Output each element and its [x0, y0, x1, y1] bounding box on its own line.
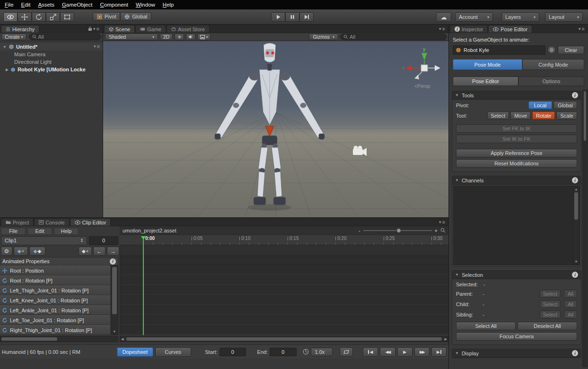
- playback-speed-dropdown[interactable]: 1.0x: [311, 348, 332, 356]
- clip-select-dropdown[interactable]: Clip1 ▲▼: [1, 236, 87, 245]
- clip-menu-help[interactable]: Help: [54, 228, 79, 235]
- clip-settings-button[interactable]: ⚙: [1, 247, 12, 256]
- prev-keyframe-button[interactable]: ←: [93, 247, 105, 256]
- account-dropdown[interactable]: Account ▾: [455, 12, 493, 22]
- cloud-button[interactable]: ☁: [436, 12, 451, 22]
- start-field[interactable]: 0: [219, 348, 246, 356]
- property-row-root-position[interactable]: Root : Position: [0, 266, 110, 275]
- search-icon[interactable]: [440, 228, 446, 233]
- zoom-slider[interactable]: [363, 228, 432, 233]
- property-row[interactable]: Left_Toe_Joint_01 : Rotation [P]: [0, 315, 110, 325]
- scale-tool-button[interactable]: [46, 12, 60, 22]
- menu-component[interactable]: Component: [96, 0, 132, 9]
- lock-icon[interactable]: [88, 26, 92, 31]
- property-row[interactable]: Right_Thigh_Joint_01 : Rotation [P]: [0, 325, 110, 335]
- gizmos-dropdown[interactable]: Gizmos ▾: [309, 34, 338, 40]
- tool-select-button[interactable]: Select: [487, 112, 509, 120]
- create-button[interactable]: Create ▾: [1, 34, 26, 40]
- zoom-slider-thumb[interactable]: [396, 228, 401, 233]
- scroll-down-icon[interactable]: ▼: [573, 260, 579, 263]
- menu-help[interactable]: Help: [159, 0, 178, 9]
- clip-menu-edit[interactable]: Edit: [27, 228, 52, 235]
- child-select-button[interactable]: Select: [540, 300, 561, 308]
- hierarchy-search-input[interactable]: All: [29, 34, 101, 40]
- tab-pose-editor[interactable]: Pose Editor: [488, 25, 532, 33]
- tab-scene[interactable]: Scene: [104, 25, 135, 33]
- tools-section-header[interactable]: ▼ Tools i: [452, 91, 581, 100]
- toggle-2d-button[interactable]: 2D: [160, 34, 173, 40]
- menu-file[interactable]: File: [1, 0, 18, 9]
- selection-section-header[interactable]: ▼ Selection i: [452, 271, 581, 279]
- set-fk-to-ik-button[interactable]: Set FK to IK: [456, 124, 577, 133]
- object-picker-button[interactable]: [547, 46, 556, 54]
- focus-camera-button[interactable]: Focus Camera: [456, 332, 577, 341]
- property-row[interactable]: Left_Knee_Joint_01 : Rotation [P]: [0, 295, 110, 305]
- pane-dropdown-icon[interactable]: ▾: [579, 26, 581, 31]
- fast-forward-button[interactable]: ▶▶: [414, 347, 430, 357]
- info-icon[interactable]: i: [572, 92, 578, 98]
- reset-modifications-button[interactable]: Reset Modifcations: [456, 159, 577, 168]
- global-toggle-button[interactable]: Global: [120, 12, 151, 21]
- menu-gameobject[interactable]: GameObject: [58, 0, 97, 9]
- hscroll-left-icon[interactable]: ◀: [121, 337, 123, 341]
- frame-number-field[interactable]: 0: [89, 236, 118, 245]
- info-icon[interactable]: i: [572, 177, 578, 183]
- playhead-line[interactable]: [143, 239, 144, 335]
- scene-dropdown-icon[interactable]: ▾: [94, 44, 96, 49]
- view-tool-button[interactable]: [3, 12, 18, 22]
- stepper-down-icon[interactable]: ▼: [80, 240, 83, 243]
- menu-assets[interactable]: Assets: [34, 0, 58, 9]
- tool-rotate-button[interactable]: Rotate: [532, 112, 555, 120]
- hscroll-right-icon[interactable]: ▶: [445, 337, 447, 341]
- tab-asset-store[interactable]: Asset Store: [167, 25, 210, 33]
- channels-section-header[interactable]: ▼ Channels i: [452, 176, 581, 185]
- channels-list[interactable]: ▲ ▼: [453, 186, 580, 265]
- pane-dropdown-icon[interactable]: ▾: [439, 220, 441, 224]
- timeline-hscrollbar[interactable]: ◀ ▶: [120, 336, 448, 342]
- pane-dropdown-icon[interactable]: ▾: [93, 26, 96, 31]
- tool-move-button[interactable]: Move: [510, 112, 531, 120]
- step-button[interactable]: [299, 12, 314, 22]
- set-ik-to-fk-button[interactable]: Set IK to FK: [456, 135, 577, 143]
- zoom-in-button[interactable]: +: [435, 228, 438, 233]
- config-mode-button[interactable]: Config Mode: [522, 59, 584, 70]
- rewind-button[interactable]: ◀◀: [380, 347, 395, 357]
- pivot-toggle-button[interactable]: Pivot: [93, 12, 120, 21]
- scene-viewport[interactable]: y x <Persp: [103, 41, 448, 217]
- sibling-select-button[interactable]: Select: [540, 310, 561, 318]
- tab-game[interactable]: Game: [135, 25, 166, 33]
- scroll-up-icon[interactable]: ▲: [573, 188, 579, 191]
- tool-scale-button[interactable]: Scale: [556, 112, 577, 120]
- menu-edit[interactable]: Edit: [18, 0, 35, 9]
- hierarchy-item-main-camera[interactable]: Main Camera: [0, 51, 103, 58]
- scene-effects-dropdown[interactable]: ▾: [197, 34, 211, 40]
- pane-menu-icon[interactable]: ≡: [582, 26, 585, 32]
- add-event-button[interactable]: ◆+: [79, 247, 92, 256]
- property-row[interactable]: Left_Ankle_Joint_01 : Rotation [P]: [0, 305, 110, 315]
- go-to-start-button[interactable]: ◀: [363, 347, 378, 357]
- pose-mode-button[interactable]: Pose Mode: [453, 59, 522, 70]
- perspective-label[interactable]: <Persp: [414, 83, 430, 89]
- dopesheet-tab-button[interactable]: Dopesheet: [117, 347, 153, 357]
- tab-console[interactable]: Console: [34, 218, 69, 226]
- deselect-all-button[interactable]: Deselect All: [518, 322, 577, 330]
- foldout-closed-icon[interactable]: ▶: [6, 68, 9, 72]
- next-keyframe-button[interactable]: →: [107, 247, 119, 256]
- display-section-header[interactable]: ▼ Display i: [452, 349, 581, 358]
- sibling-all-button[interactable]: All: [564, 310, 577, 318]
- pivot-global-button[interactable]: Global: [553, 101, 577, 109]
- rect-tool-button[interactable]: [60, 12, 74, 22]
- pane-dropdown-icon[interactable]: ▾: [439, 26, 441, 31]
- shading-mode-dropdown[interactable]: Shaded ▾: [105, 34, 158, 40]
- scroll-down-icon[interactable]: ▼: [111, 330, 118, 333]
- scene-orientation-gizmo[interactable]: y x <Persp: [401, 43, 448, 91]
- foldout-open-icon[interactable]: ▼: [3, 45, 7, 49]
- property-row[interactable]: Root : Rotation [P]: [0, 275, 110, 285]
- play-button[interactable]: [271, 12, 285, 22]
- scene-lighting-button[interactable]: ☀: [175, 34, 184, 40]
- pivot-local-button[interactable]: Local: [528, 101, 552, 109]
- layers-dropdown[interactable]: Layers ▾: [501, 12, 539, 22]
- pane-menu-icon[interactable]: ≡: [97, 26, 99, 32]
- sub-tab-options[interactable]: Options: [518, 77, 584, 86]
- pane-menu-icon[interactable]: ≡: [442, 26, 445, 32]
